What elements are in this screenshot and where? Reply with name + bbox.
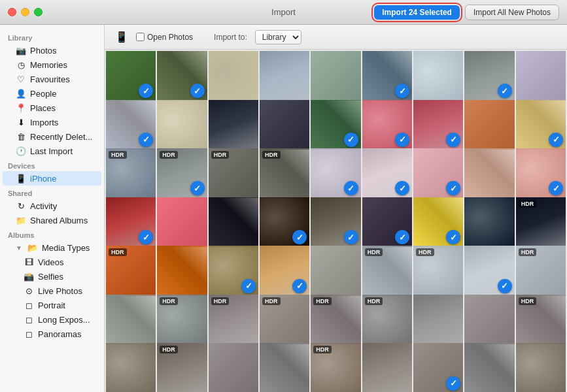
photo-cell[interactable]: HDR✓ <box>157 148 207 198</box>
photo-cell[interactable]: ✓ <box>260 197 309 247</box>
devices-section-title: Devices <box>0 158 104 171</box>
sidebar-photos-label: Photos <box>30 46 56 56</box>
sidebar-item-portrait[interactable]: ◻ Portrait <box>3 298 101 312</box>
sidebar-item-media-types[interactable]: ▼ 📂 Media Types <box>3 240 101 255</box>
check-badge: ✓ <box>344 181 358 195</box>
photo-cell[interactable]: ✓ <box>106 100 156 150</box>
photo-cell[interactable] <box>516 51 566 101</box>
sidebar-item-videos[interactable]: 🎞 Videos <box>3 255 101 269</box>
sidebar-item-favourites[interactable]: ♡ Favourites <box>3 72 101 86</box>
photo-cell[interactable] <box>106 343 156 392</box>
photo-cell[interactable]: HDR <box>157 343 207 392</box>
photo-cell[interactable]: ✓ <box>209 246 258 295</box>
photo-cell[interactable] <box>413 295 463 344</box>
import-selected-button[interactable]: Import 24 Selected <box>374 5 460 20</box>
photo-cell[interactable] <box>516 343 566 392</box>
photo-cell[interactable] <box>362 343 412 392</box>
photo-cell[interactable]: HDR <box>311 343 360 392</box>
photo-cell[interactable]: ✓ <box>106 51 156 101</box>
photo-cell[interactable]: ✓ <box>157 51 207 101</box>
sidebar-item-long-exposure[interactable]: ◻ Long Expos... <box>3 312 101 327</box>
photo-cell[interactable]: ✓ <box>311 197 360 247</box>
photo-cell[interactable]: HDR <box>311 295 360 344</box>
photo-cell[interactable] <box>157 100 207 150</box>
photo-cell[interactable]: ✓ <box>516 148 566 198</box>
photo-cell[interactable] <box>157 197 207 247</box>
photo-cell[interactable]: HDR <box>413 246 463 295</box>
sidebar-item-people[interactable]: 👤 People <box>3 86 101 101</box>
sidebar-item-shared-albums[interactable]: 📁 Shared Albums <box>3 213 101 227</box>
photo-cell[interactable] <box>209 197 258 247</box>
sidebar-item-activity[interactable]: ↻ Activity <box>3 199 101 213</box>
photo-cell[interactable] <box>464 197 514 247</box>
photo-cell[interactable] <box>260 100 309 150</box>
photo-cell[interactable]: ✓ <box>311 100 360 150</box>
photo-cell[interactable] <box>209 100 258 150</box>
photo-cell[interactable]: HDR <box>209 295 258 344</box>
iphone-icon: 📱 <box>16 173 26 184</box>
photo-cell[interactable] <box>413 51 463 101</box>
photo-cell[interactable] <box>464 295 514 344</box>
photo-cell[interactable]: HDR <box>362 295 412 344</box>
sidebar-item-last-import[interactable]: 🕐 Last Import <box>3 144 101 158</box>
sidebar-item-places[interactable]: 📍 Places <box>3 101 101 115</box>
sidebar-item-iphone[interactable]: 📱 iPhone <box>3 171 101 186</box>
photo-cell[interactable]: HDR <box>106 246 156 295</box>
photo-cell[interactable] <box>464 148 514 198</box>
open-photos-label[interactable]: Open Photos <box>136 33 193 42</box>
photo-cell[interactable] <box>464 343 514 392</box>
sidebar-item-selfies[interactable]: 📸 Selfies <box>3 269 101 284</box>
photo-cell[interactable] <box>106 295 156 344</box>
photo-cell[interactable]: ✓ <box>362 100 412 150</box>
photo-cell[interactable]: ✓ <box>464 246 514 295</box>
photo-cell[interactable]: ✓ <box>260 246 309 295</box>
photo-cell[interactable]: HDR <box>106 148 156 198</box>
photo-cell[interactable]: ✓ <box>362 51 412 101</box>
sidebar-item-memories[interactable]: ◷ Memories <box>3 57 101 72</box>
import-to-select[interactable]: Library <box>255 30 301 44</box>
photo-cell[interactable]: HDR <box>516 295 566 344</box>
photo-cell[interactable]: HDR <box>260 148 309 198</box>
photo-cell[interactable]: ✓ <box>516 100 566 150</box>
sidebar-item-photos[interactable]: 📷 Photos <box>3 43 101 57</box>
photo-cell[interactable]: HDR <box>362 246 412 295</box>
photo-cell[interactable]: ✓ <box>464 51 514 101</box>
photo-cell[interactable]: HDR <box>260 295 309 344</box>
photo-cell[interactable]: HDR <box>157 295 207 344</box>
sidebar-portrait-label: Portrait <box>38 301 65 310</box>
sidebar-item-live-photos[interactable]: ⊙ Live Photos <box>3 284 101 298</box>
sidebar-item-panoramas[interactable]: ◻ Panoramas <box>3 327 101 341</box>
photo-cell[interactable] <box>209 51 258 101</box>
photo-cell[interactable] <box>209 343 258 392</box>
hdr-badge: HDR <box>313 346 332 353</box>
photo-cell[interactable] <box>311 51 360 101</box>
photo-cell[interactable]: ✓ <box>106 197 156 247</box>
photo-cell[interactable] <box>311 246 360 295</box>
photo-cell[interactable]: HDR <box>209 148 258 198</box>
photo-cell[interactable]: ✓ <box>413 197 463 247</box>
check-badge: ✓ <box>395 230 409 244</box>
photo-cell[interactable] <box>260 51 309 101</box>
window-title-text: Import <box>271 7 296 17</box>
last-import-icon: 🕐 <box>16 146 26 156</box>
photos-icon: 📷 <box>16 45 26 56</box>
minimize-button[interactable] <box>21 8 29 16</box>
photo-cell[interactable]: ✓ <box>311 148 360 198</box>
photo-cell[interactable]: ✓ <box>362 197 412 247</box>
close-button[interactable] <box>8 8 16 16</box>
photo-cell[interactable]: ✓ <box>413 148 463 198</box>
import-all-button[interactable]: Import All New Photos <box>465 5 559 20</box>
sidebar-imports-label: Imports <box>30 118 58 127</box>
sidebar-item-imports[interactable]: ⬇ Imports <box>3 115 101 129</box>
photo-cell[interactable] <box>260 343 309 392</box>
photo-cell[interactable] <box>157 246 207 295</box>
photo-cell[interactable]: ✓ <box>413 343 463 392</box>
open-photos-checkbox[interactable] <box>136 33 145 41</box>
sidebar-item-recently-deleted[interactable]: 🗑 Recently Delet... <box>3 129 101 144</box>
photo-cell[interactable] <box>464 100 514 150</box>
photo-cell[interactable]: HDR <box>516 197 566 247</box>
photo-cell[interactable]: ✓ <box>413 100 463 150</box>
maximize-button[interactable] <box>34 8 43 16</box>
photo-cell[interactable]: ✓ <box>362 148 412 198</box>
photo-cell[interactable]: HDR <box>516 246 566 295</box>
